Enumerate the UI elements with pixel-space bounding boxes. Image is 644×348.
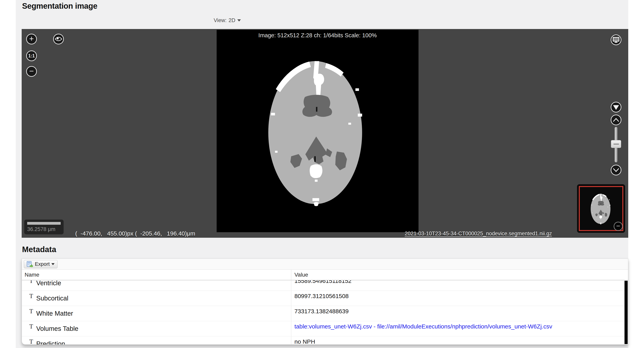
text-type-icon: T <box>29 293 33 300</box>
triangle-down-icon <box>613 105 619 110</box>
text-type-icon: T <box>29 338 33 345</box>
slice-slider-handle[interactable] <box>611 140 621 148</box>
image-viewer: Image: 512x512 Z:28 ch: 1/64bits Scale: … <box>22 29 628 238</box>
table-row[interactable]: TVentricle 15589.549615118152 <box>22 280 628 291</box>
column-header-value[interactable]: Value <box>291 270 628 280</box>
metadata-title: Metadata <box>22 245 56 254</box>
overview-thumbnail[interactable]: − <box>577 184 625 233</box>
metadata-toolbar: Export <box>22 259 628 270</box>
zoom-out-button[interactable]: − <box>26 66 37 77</box>
table-scrollbar[interactable] <box>624 281 628 344</box>
text-type-icon: T <box>29 308 33 315</box>
slice-down-button[interactable] <box>611 165 621 176</box>
image-info-text: Image: 512x512 Z:28 ch: 1/64bits Scale: … <box>217 32 418 39</box>
metadata-panel: Export Name Value TVentricle 15589.54961… <box>22 258 628 345</box>
chevron-down-icon <box>237 19 241 22</box>
monitor-icon <box>613 37 620 43</box>
slice-first-button[interactable] <box>611 102 621 112</box>
actual-size-button[interactable]: 1:1 <box>26 51 37 61</box>
view-mode-select[interactable]: View: 2D <box>214 17 241 24</box>
view-label: View: <box>214 17 227 24</box>
table-row[interactable]: TWhite Matter 733173.1382488639 <box>22 306 628 321</box>
view-value: 2D <box>229 17 236 24</box>
image-filename-link[interactable]: 2021-03-10T23-45-34-CT000025_nodevice.se… <box>405 231 552 237</box>
column-header-name[interactable]: Name <box>22 270 291 280</box>
table-row[interactable]: TVolumes Table table:volumes_unet-W6Zj.c… <box>22 321 628 336</box>
export-table-icon <box>27 261 33 267</box>
eye-icon <box>55 37 62 42</box>
table-row[interactable]: TSubcortical 80997.31210561508 <box>22 291 628 306</box>
brain-segmentation-image <box>217 30 418 232</box>
text-type-icon: T <box>29 323 33 330</box>
table-row[interactable]: TPrediction no NPH <box>22 336 628 345</box>
right-margin <box>628 0 644 348</box>
fullscreen-button[interactable] <box>611 35 621 45</box>
export-button[interactable]: Export <box>24 260 58 268</box>
slice-up-button[interactable] <box>611 115 621 125</box>
table-body: TVentricle 15589.549615118152 TSubcortic… <box>22 280 628 345</box>
segmentation-canvas[interactable]: Image: 512x512 Z:28 ch: 1/64bits Scale: … <box>217 30 418 232</box>
zoom-in-button[interactable]: + <box>26 34 37 44</box>
chevron-down-icon <box>613 168 620 172</box>
cursor-coordinates: ( -476.00, 455.00)px ( -205.46, 196.40)μ… <box>75 230 195 237</box>
page-title: Segmentation image <box>22 2 97 11</box>
chevron-up-icon <box>613 118 620 122</box>
table-header: Name Value <box>22 270 628 280</box>
volumes-table-link[interactable]: table:volumes_unet-W6Zj.csv - file://ami… <box>291 321 628 336</box>
scale-bar-label: 36.2578 μm <box>27 226 61 232</box>
visibility-button[interactable] <box>53 34 64 44</box>
thumbnail-zoom-out-button[interactable]: − <box>614 222 623 231</box>
dropdown-caret-icon <box>52 263 54 265</box>
left-margin <box>0 0 16 348</box>
app-page: Segmentation image View: 2D <box>0 0 644 348</box>
scale-bar <box>27 222 61 225</box>
text-type-icon: T <box>29 280 33 284</box>
export-label: Export <box>35 261 50 267</box>
scale-bar-widget: 36.2578 μm <box>24 220 64 234</box>
